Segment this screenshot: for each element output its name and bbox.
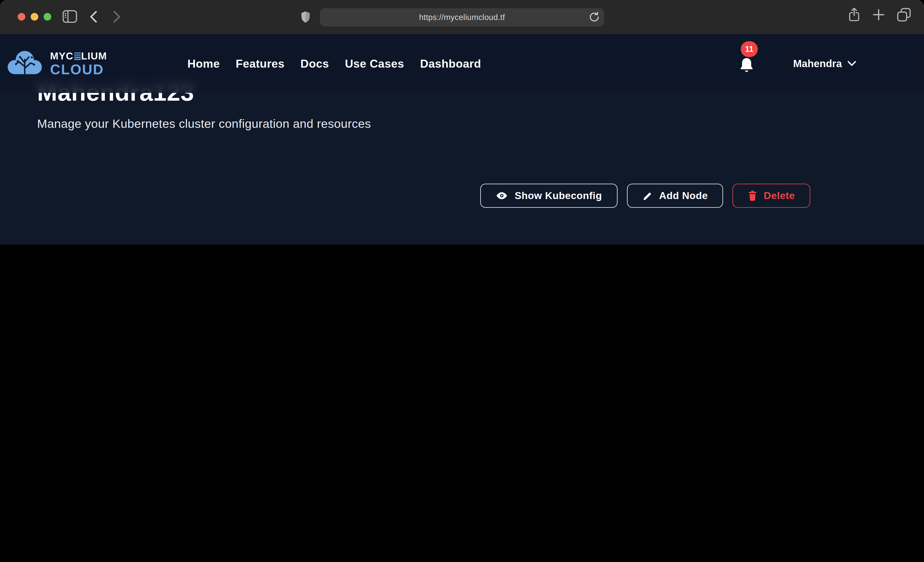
address-bar[interactable]: https://myceliumcloud.tf [320, 8, 604, 26]
show-kubeconfig-label: Show Kubeconfig [515, 190, 602, 202]
sidebar-icon [63, 10, 77, 23]
brand-line-mycelium: MYCLIUM [50, 51, 107, 61]
user-name: Mahendra [793, 57, 842, 70]
nav-link-docs[interactable]: Docs [301, 57, 329, 70]
cluster-details-card: Project Name Mahendra123 Created 10/29/2… [37, 244, 839, 245]
tabs-icon [897, 8, 911, 22]
eye-icon [496, 190, 508, 202]
trash-icon [748, 190, 757, 201]
forward-button[interactable] [113, 10, 121, 23]
delete-label: Delete [764, 190, 795, 202]
add-node-label: Add Node [659, 190, 708, 202]
url-text: https://myceliumcloud.tf [419, 13, 505, 22]
new-tab-button[interactable] [873, 9, 885, 21]
page-subtitle: Manage your Kubernetes cluster configura… [37, 117, 371, 131]
back-icon [90, 10, 97, 23]
add-node-button[interactable]: Add Node [627, 184, 723, 208]
back-button[interactable] [90, 10, 97, 23]
show-kubeconfig-button[interactable]: Show Kubeconfig [481, 184, 617, 208]
privacy-shield-icon [301, 10, 310, 24]
bell-icon [738, 57, 756, 76]
reload-button[interactable] [589, 11, 599, 23]
user-menu[interactable]: Mahendra [790, 34, 860, 93]
nav-links: Home Features Docs Use Cases Dashboard [188, 34, 481, 93]
brand-line-cloud: CLOUD [50, 62, 107, 76]
chevron-down-icon [847, 61, 856, 67]
share-icon [848, 7, 860, 22]
tab-overview-button[interactable] [897, 8, 911, 22]
nav-link-dashboard[interactable]: Dashboard [420, 57, 481, 70]
nav-link-use-cases[interactable]: Use Cases [345, 57, 404, 70]
nav-link-features[interactable]: Features [236, 57, 284, 70]
brand-logo[interactable]: MYCLIUM CLOUD [6, 34, 107, 93]
notification-badge: 11 [741, 41, 758, 57]
cluster-actions: Show Kubeconfig Add Node [481, 184, 810, 208]
notifications: 11 [735, 34, 764, 93]
stylized-e-glyph [74, 52, 81, 60]
site-navbar: MYCLIUM CLOUD Home Features Docs Use Cas… [0, 34, 924, 93]
zoom-window-button[interactable] [44, 13, 51, 21]
reload-icon [589, 11, 599, 23]
window-controls [18, 13, 51, 21]
close-window-button[interactable] [18, 13, 26, 21]
minimize-window-button[interactable] [30, 13, 38, 21]
delete-cluster-button[interactable]: Delete [733, 184, 810, 208]
sidebar-toggle-button[interactable] [63, 10, 77, 23]
plus-icon [873, 9, 885, 21]
pencil-icon [642, 190, 652, 201]
nav-link-home[interactable]: Home [188, 57, 220, 70]
brand-text: MYCLIUM CLOUD [50, 51, 107, 76]
browser-titlebar: https://myceliumcloud.tf [0, 0, 924, 34]
share-button[interactable] [848, 7, 860, 22]
mycelium-cloud-logo-icon [6, 49, 44, 78]
forward-icon [113, 10, 121, 23]
browser-window: https://myceliumcloud.tf [0, 0, 924, 245]
notifications-button[interactable] [738, 57, 756, 76]
